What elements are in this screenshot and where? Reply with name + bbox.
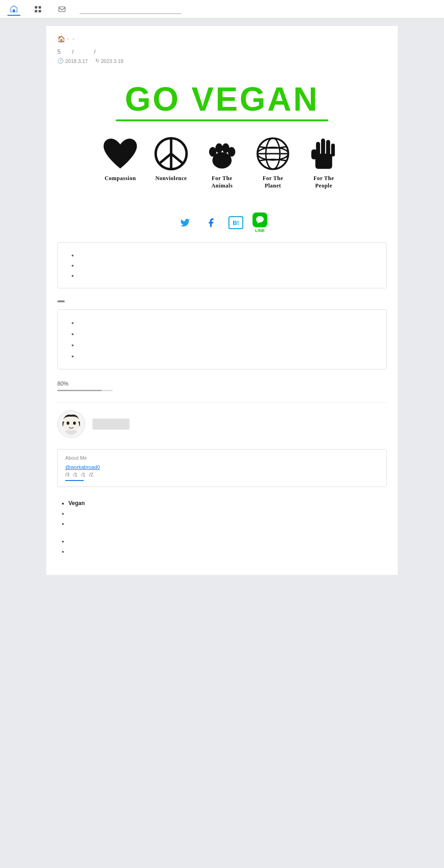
svg-line-9	[171, 154, 184, 164]
stat-3: /1	[81, 472, 85, 477]
article-num-value: 5	[57, 48, 61, 55]
toc-list	[67, 250, 377, 281]
svg-point-14	[228, 147, 235, 157]
content-list	[67, 317, 377, 362]
about-me-stats: /3 /1 /1 /2	[65, 472, 379, 477]
stat-2: /1	[73, 472, 77, 477]
toc-box	[57, 242, 387, 288]
about-me-link[interactable]: @workabroad0	[65, 464, 100, 470]
breadcrumb-sep-1: ›	[67, 36, 69, 42]
hatebu-label: B!	[233, 219, 239, 226]
svg-rect-21	[321, 138, 325, 155]
bottom-list-2	[57, 536, 387, 556]
animals-label: For TheAnimals	[211, 175, 233, 189]
go-vegan-underline	[116, 119, 328, 121]
svg-rect-0	[13, 9, 15, 12]
globe-icon	[254, 135, 291, 172]
section-label	[57, 300, 65, 302]
twitter-share[interactable]	[177, 214, 193, 231]
social-share: B! LINE	[57, 212, 387, 233]
icon-animals: For TheAnimals	[201, 135, 243, 189]
toc-item-3[interactable]	[78, 270, 377, 281]
vegan-icons-row: Compassion Nonviolence	[62, 135, 382, 189]
svg-rect-24	[311, 150, 317, 160]
svg-rect-4	[39, 10, 41, 12]
author-name-box	[92, 418, 130, 430]
svg-rect-23	[331, 144, 335, 156]
about-me-title: About Me	[65, 455, 379, 461]
compassion-label: Compassion	[105, 175, 136, 182]
svg-point-12	[216, 144, 223, 153]
nav-icon-home[interactable]	[7, 3, 20, 16]
svg-point-26	[67, 422, 69, 425]
progress-label: 80%	[57, 381, 387, 387]
slash2: /	[94, 48, 96, 55]
about-me-underline	[65, 480, 84, 481]
planet-label: For ThePlanet	[263, 175, 284, 189]
svg-rect-1	[35, 6, 37, 8]
updated-icon: ↻	[95, 58, 99, 64]
bottom-list-item-1: Vegan	[68, 498, 387, 508]
svg-rect-22	[326, 140, 330, 155]
icon-planet: For ThePlanet	[252, 135, 294, 189]
heart-icon	[102, 135, 139, 172]
bottom-list-item-2	[68, 508, 387, 518]
icon-compassion: Compassion	[99, 135, 141, 182]
top-navigation	[0, 0, 444, 19]
icon-nonviolence: Nonviolence	[150, 135, 192, 182]
svg-rect-2	[39, 6, 41, 8]
content-item-2	[78, 328, 377, 339]
icon-people: For ThePeople	[303, 135, 345, 189]
divider	[57, 402, 387, 403]
facebook-share[interactable]	[203, 214, 219, 231]
svg-line-8	[159, 154, 171, 164]
bottom-list-item-4	[68, 536, 387, 546]
about-me-box: About Me @workabroad0 /3 /1 /1 /2	[57, 449, 387, 487]
toc-item-2[interactable]	[78, 260, 377, 270]
hand-icon	[305, 135, 342, 172]
created-date-value: 2018.3.17	[65, 58, 88, 64]
breadcrumb-sep-2: ›	[73, 36, 74, 42]
line-share[interactable]: LINE	[253, 212, 267, 233]
search-input[interactable]	[80, 5, 181, 14]
svg-point-27	[73, 422, 76, 425]
progress-bar-container	[57, 390, 113, 391]
stat-4: /2	[89, 472, 93, 477]
article-number: 5 / /	[57, 47, 387, 55]
toc-item-1[interactable]	[78, 250, 377, 260]
bottom-list-section: Vegan	[57, 498, 387, 556]
content-item-4	[78, 350, 377, 362]
bottom-list: Vegan	[57, 498, 387, 529]
progress-bar-fill	[57, 390, 102, 391]
author-avatar	[57, 410, 85, 438]
slash1: /	[72, 48, 74, 55]
hatebu-share[interactable]: B!	[228, 216, 243, 229]
content-box	[57, 309, 387, 369]
content-item-3	[78, 339, 377, 350]
nonviolence-label: Nonviolence	[155, 175, 187, 182]
page-wrapper: 🏠 › › 5 / / 🕐 2018.3.17 ↻ 2023.3.18 GO V…	[46, 26, 398, 575]
svg-rect-5	[59, 6, 65, 12]
bottom-list-item-3	[68, 518, 387, 529]
line-icon	[253, 212, 267, 227]
updated-date-value: 2023.3.18	[101, 58, 123, 64]
paw-icon	[204, 135, 240, 172]
bottom-list-item-5	[68, 546, 387, 556]
go-vegan-title: GO VEGAN	[62, 82, 382, 116]
people-label: For ThePeople	[314, 175, 334, 189]
vegan-graphic: GO VEGAN Compassion	[57, 73, 387, 203]
line-label: LINE	[255, 228, 265, 233]
created-date: 🕐 2018.3.17	[57, 58, 88, 64]
created-icon: 🕐	[57, 58, 64, 64]
home-icon: 🏠	[57, 35, 65, 43]
peace-icon	[153, 135, 190, 172]
nav-icon-grid[interactable]	[31, 3, 44, 16]
breadcrumb: 🏠 › ›	[57, 35, 387, 43]
updated-date: ↻ 2023.3.18	[95, 58, 123, 64]
stat-1: /3	[65, 472, 69, 477]
article-dates: 🕐 2018.3.17 ↻ 2023.3.18	[57, 58, 387, 64]
svg-point-11	[209, 147, 216, 157]
nav-icon-mail[interactable]	[56, 3, 68, 16]
avatar-svg	[58, 411, 84, 437]
content-item-1	[78, 317, 377, 328]
